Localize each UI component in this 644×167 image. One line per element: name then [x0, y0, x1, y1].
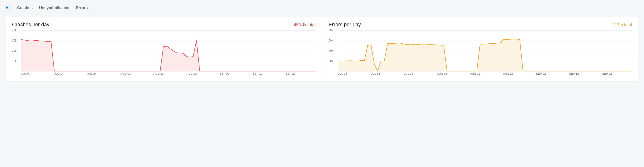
x-tick-label: JUL 14: [54, 72, 64, 75]
y-tick-label: 20k: [12, 49, 20, 52]
plot-area: [21, 30, 316, 71]
x-tick-label: JUL 24: [404, 72, 413, 75]
y-tick-label: 30k: [12, 39, 20, 42]
x-tick-label: AUG 03: [120, 72, 131, 75]
x-tick-label: AUG 13: [154, 72, 164, 75]
charts-row: Crashes per day453.4k total40k30k20k10kJ…: [6, 17, 638, 81]
series-fill: [21, 40, 316, 71]
y-tick-label: 80k: [329, 29, 337, 32]
x-tick-label: SEP 02: [536, 72, 546, 75]
x-tick-label: JUL 04: [21, 72, 30, 75]
x-tick-label: SEP 12: [569, 72, 579, 75]
tab-crashes[interactable]: Crashes: [17, 6, 33, 12]
y-tick-label: 40k: [329, 49, 337, 52]
x-tick-label: JUL 04: [338, 72, 347, 75]
chart-panel-errors: Errors per day1.7m total80k60k40k20kJUL …: [322, 22, 639, 79]
y-tick-label: 40k: [12, 29, 20, 32]
x-tick-label: SEP 12: [252, 72, 262, 75]
chart-total: 453.4k total: [294, 23, 315, 27]
chart-body: 40k30k20k10kJUL 04JUL 14JUL 24AUG 03AUG …: [12, 30, 316, 77]
tab-errors[interactable]: Errors: [76, 6, 88, 12]
x-tick-label: JUL 14: [371, 72, 380, 75]
chart-svg: [21, 30, 316, 71]
chart-title: Errors per day: [329, 22, 361, 28]
x-axis: JUL 04JUL 14JUL 24AUG 03AUG 13AUG 23SEP …: [21, 72, 316, 77]
y-tick-label: 60k: [329, 39, 337, 42]
chart-title: Crashes per day: [12, 22, 49, 28]
x-axis: JUL 04JUL 14JUL 24AUG 03AUG 13AUG 23SEP …: [338, 72, 632, 77]
x-tick-label: AUG 23: [503, 72, 514, 75]
chart-body: 80k60k40k20kJUL 04JUL 14JUL 24AUG 03AUG …: [329, 30, 632, 77]
plot-area: [338, 30, 632, 71]
tab-all[interactable]: All: [6, 6, 11, 12]
y-tick-label: 10k: [12, 59, 20, 63]
x-tick-label: AUG 13: [470, 72, 480, 75]
tab-unsymbolicated[interactable]: Unsymbolicated: [39, 6, 70, 12]
filter-tabs: AllCrashesUnsymbolicatedErrors: [6, 6, 638, 17]
x-tick-label: SEP 22: [602, 72, 612, 75]
chart-panel-crashes: Crashes per day453.4k total40k30k20k10kJ…: [6, 22, 322, 79]
chart-svg: [338, 30, 632, 71]
x-tick-label: SEP 02: [220, 72, 230, 75]
x-tick-label: AUG 03: [437, 72, 448, 75]
chart-total: 1.7m total: [614, 23, 632, 27]
x-tick-label: AUG 23: [186, 72, 197, 75]
x-tick-label: JUL 24: [88, 72, 96, 75]
y-tick-label: 20k: [329, 59, 337, 63]
x-tick-label: SEP 22: [286, 72, 296, 75]
